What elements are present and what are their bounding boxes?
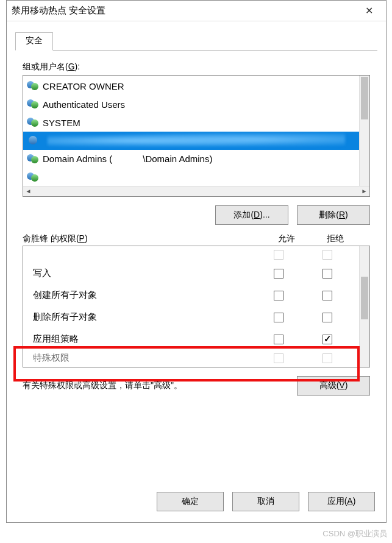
redacted-text (112, 155, 143, 165)
list-item[interactable]: SYSTEM (23, 113, 369, 132)
tab-security[interactable]: 安全 (15, 32, 53, 51)
horizontal-scrollbar[interactable]: ◄ ► (23, 186, 369, 196)
deny-checkbox[interactable] (323, 291, 332, 300)
list-item[interactable] (23, 168, 369, 186)
dialog-window: 禁用移动热点 安全设置 ✕ 安全 组或用户名(G): CREATOR OWNER… (6, 0, 387, 523)
tab-strip: 安全 (15, 32, 377, 51)
permissions-label: 俞胜锋 的权限(P) (23, 233, 262, 244)
vertical-scrollbar[interactable] (359, 76, 369, 186)
close-button[interactable]: ✕ (357, 5, 381, 16)
users-icon (27, 172, 39, 183)
remove-button[interactable]: 删除(R) (297, 205, 370, 225)
permission-row: 读取 (23, 246, 369, 262)
scroll-left-icon[interactable]: ◄ (23, 186, 34, 197)
cancel-button[interactable]: 取消 (232, 492, 299, 511)
titlebar: 禁用移动热点 安全设置 ✕ (7, 1, 386, 21)
permissions-list: 读取 写入 创建所有子对象 删除所有子对象 (23, 246, 370, 367)
column-deny: 拒绝 (311, 233, 360, 244)
permission-row: 删除所有子对象 (23, 306, 369, 328)
users-icon (27, 154, 39, 165)
advanced-hint: 有关特殊权限或高级设置，请单击"高级"。 (23, 380, 297, 391)
list-item[interactable]: Authenticated Users (23, 95, 369, 113)
deny-checkbox[interactable] (323, 353, 332, 363)
allow-checkbox[interactable] (274, 269, 283, 279)
window-title: 禁用移动热点 安全设置 (12, 5, 357, 16)
watermark: CSDN @职业演员 (323, 528, 387, 539)
list-item[interactable]: CREATOR OWNER (23, 77, 369, 95)
column-allow: 允许 (262, 233, 311, 244)
deny-checkbox[interactable] (323, 250, 332, 260)
scroll-right-icon[interactable]: ► (359, 186, 369, 197)
permission-row: 创建所有子对象 (23, 284, 369, 306)
deny-checkbox[interactable] (323, 335, 332, 344)
list-item[interactable]: Domain Admins (\Domain Admins) (23, 150, 369, 168)
dialog-footer: 确定 取消 应用(A) (7, 483, 386, 522)
redacted-text (48, 133, 345, 149)
allow-checkbox[interactable] (274, 335, 283, 344)
users-icon (27, 99, 39, 110)
groups-label: 组或用户名(G): (23, 62, 370, 73)
add-button[interactable]: 添加(D)... (215, 205, 288, 225)
allow-checkbox[interactable] (274, 353, 283, 363)
deny-checkbox[interactable] (323, 269, 332, 279)
permissions-header: 俞胜锋 的权限(P) 允许 拒绝 (23, 233, 370, 244)
permission-row: 应用组策略 (23, 328, 369, 350)
ok-button[interactable]: 确定 (157, 492, 224, 511)
users-icon (27, 80, 39, 91)
apply-button[interactable]: 应用(A) (308, 492, 375, 511)
allow-checkbox[interactable] (274, 291, 283, 300)
allow-checkbox[interactable] (274, 250, 283, 260)
dialog-content: 组或用户名(G): CREATOR OWNER Authenticated Us… (7, 51, 386, 483)
allow-checkbox[interactable] (274, 313, 283, 322)
vertical-scrollbar[interactable] (359, 246, 369, 367)
user-icon (27, 135, 39, 146)
deny-checkbox[interactable] (323, 313, 332, 322)
permission-row: 特殊权限 (23, 350, 369, 366)
groups-list[interactable]: CREATOR OWNER Authenticated Users SYSTEM… (23, 75, 370, 197)
users-icon (27, 117, 39, 128)
list-item-selected[interactable] (23, 132, 369, 150)
permission-row: 写入 (23, 262, 369, 284)
advanced-button[interactable]: 高级(V) (297, 376, 370, 396)
